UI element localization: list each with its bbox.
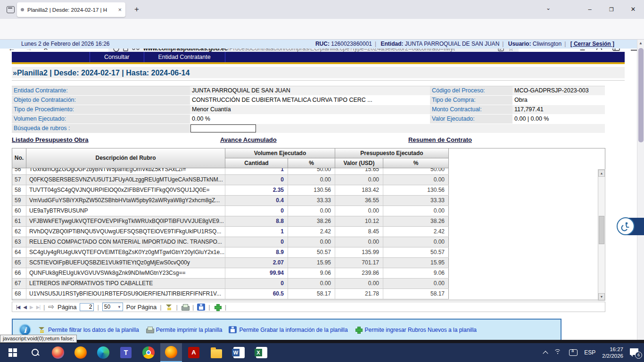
table-scroll-thumb[interactable] xyxy=(599,216,604,244)
cantidad-value: 0 xyxy=(225,237,288,247)
contract-details: Entidad Contratante: JUNTA PARROQUIAL DE… xyxy=(12,86,605,133)
table-row[interactable]: 68U1VNSU5JU1RSTyBFIElOU1RBTEFDSU9OIERFIE… xyxy=(12,289,449,299)
scrollbar-up-icon[interactable]: ▲ xyxy=(639,41,643,45)
taskbar-teams-icon[interactable]: T xyxy=(115,343,137,362)
window-minimize-button[interactable]: – xyxy=(579,0,601,19)
last-page-icon[interactable]: ▶| xyxy=(36,304,40,310)
current-datetime: Lunes 2 de Febrero del 2026 16:26 xyxy=(21,41,109,47)
taskbar-firefox-icon[interactable] xyxy=(70,343,91,362)
valor-usd-value: 8.45 xyxy=(335,227,383,237)
scrollbar-thumb[interactable] xyxy=(638,48,644,142)
table-row[interactable]: 65SC5TIEVOIFpBUEFUQSBZIE1VUk9TIEYtQz0gMj… xyxy=(12,258,449,268)
taskbar-excel-icon[interactable]: X xyxy=(251,343,272,362)
link-avance-acumulado[interactable]: Avance Acumulado xyxy=(220,136,277,145)
taskbar-edge-icon[interactable] xyxy=(92,343,114,362)
taskbar-firefox-active-icon[interactable] xyxy=(160,343,182,362)
presupuesto-pct-value: 9.06 xyxy=(383,268,449,278)
tray-expand-chevron-icon[interactable] xyxy=(543,351,548,356)
touch-keyboard-icon[interactable] xyxy=(569,349,578,356)
table-row[interactable]: 67LETREROS INFORMATIVOS TIPO CABALLETE00… xyxy=(12,279,449,289)
column-header-vol-pct[interactable]: % xyxy=(288,158,335,168)
cantidad-value: 0 xyxy=(225,175,288,185)
volumen-pct-value: 130.56 xyxy=(288,185,335,195)
nav-item-entidad-contratante[interactable]: Entidad Contratante xyxy=(144,52,225,62)
cantidad-value: 0 xyxy=(225,206,288,216)
column-header-no[interactable]: No. xyxy=(12,148,26,168)
language-indicator[interactable]: ESP xyxy=(584,349,595,356)
table-row[interactable]: 63RELLENO COMPACTADO CON MATERIAL IMPORT… xyxy=(12,237,449,247)
search-button[interactable] xyxy=(25,343,46,362)
table-scroll-down-icon[interactable]: ▼ xyxy=(598,293,605,300)
firefox-view-icon[interactable] xyxy=(5,4,17,16)
row-number: 62 xyxy=(12,227,26,237)
column-header-pres-pct[interactable]: % xyxy=(383,158,449,168)
per-page-select[interactable]: 50▼ xyxy=(102,303,123,311)
browser-icon xyxy=(52,346,64,359)
tab-list-chevron-icon[interactable]: ⌄ xyxy=(543,5,553,14)
table-row[interactable]: 62RVhDQVZBQ0lPTiBNQU5VQUwgUEFSQSBQTElOVE… xyxy=(12,227,449,237)
presupuesto-pct-value: 130.56 xyxy=(383,185,449,195)
clock[interactable]: 16:272/2/2026 xyxy=(602,346,623,359)
wifi-icon[interactable] xyxy=(554,349,562,356)
user-label: Usuario: xyxy=(508,41,531,47)
go-to-page-icon[interactable]: ⇨ xyxy=(48,303,54,311)
add-rubro-icon[interactable] xyxy=(214,304,222,311)
rubros-table: No. Descripción del Rubro Volumen Ejecut… xyxy=(12,148,605,300)
start-button[interactable] xyxy=(2,343,24,362)
tab-close-icon[interactable]: × xyxy=(118,6,122,13)
column-header-descripcion[interactable]: Descripción del Rubro xyxy=(26,148,225,168)
accessibility-widget-button[interactable] xyxy=(617,217,635,235)
table-row[interactable]: 57Q0FKQSBERSBESVNZVU5UT1JFUyA0LzggREUgMT… xyxy=(12,175,449,185)
table-row[interactable]: 64SC4gUy4gRU4gUkVQTEFOVElMTE8gZsK0Yz0gMT… xyxy=(12,247,449,258)
valor-usd-value: 0.00 xyxy=(335,206,383,216)
rubros-search-input[interactable] xyxy=(190,124,256,132)
prev-page-icon[interactable]: ◀ xyxy=(23,304,26,310)
table-row[interactable]: 56TGxhdmOgZGOgOGFzbyBNTW5pamEgOmVkbZ5kYS… xyxy=(12,168,449,175)
taskbar-file-explorer-icon[interactable] xyxy=(206,343,227,362)
window-close-button[interactable]: ✕ xyxy=(622,0,644,19)
page-scrollbar[interactable]: ▲ xyxy=(637,40,644,343)
rubro-description: SC4gUy4gRU4gUkVQTEFOVElMTE8gZsK0Yz0gMTgw… xyxy=(26,247,225,257)
save-icon[interactable] xyxy=(197,304,205,311)
taskbar-browser-icon[interactable] xyxy=(47,343,69,362)
legend-filter-text: Permite filtrar los datos de la planilla xyxy=(48,327,139,333)
browser-tab[interactable]: Planilla2 | Desde: 2024-02-17 | H × xyxy=(17,2,125,17)
notification-center-icon[interactable]: 6 xyxy=(630,348,639,357)
table-row[interactable]: 60UE9aTyBTRVBUSUNP00.000.000.00 xyxy=(12,206,449,216)
table-row[interactable]: 58TUVTT04gSC4gQVJNQURPIElOQ0xZIFBBVEFTIF… xyxy=(12,185,449,196)
link-listado-presupuesto[interactable]: Listado Presupuesto Obra xyxy=(12,136,89,145)
table-scrollbar[interactable]: ▲ ▼ xyxy=(598,169,605,301)
next-page-icon[interactable]: ▶ xyxy=(30,304,33,310)
volumen-pct-value: 50.00 xyxy=(288,168,335,174)
rubro-description: SC5TIEVOIFpBUEFUQSBZIE1VUk9TIEYtQz0gMjEw… xyxy=(26,258,225,268)
detail-label: Monto Contractual: xyxy=(430,105,512,114)
nav-item-consultar[interactable]: Consultar xyxy=(90,52,144,62)
row-number: 64 xyxy=(12,247,26,257)
taskbar-chrome-icon[interactable] xyxy=(138,343,159,362)
table-row[interactable]: 59VmVudGFuYSBiYXRpZW50ZSBhbHVtaW5pby92aW… xyxy=(12,196,449,206)
main-nav: Consultar Entidad Contratante xyxy=(12,52,625,62)
rubro-description: TGxhdmOgZGOgOGFzbyBNTW5pamEgOmVkbZ5kYSAx… xyxy=(26,168,225,174)
column-header-valor-usd[interactable]: Valor (USD) xyxy=(335,158,383,168)
detail-label: Volumen Ejecutado: xyxy=(12,115,190,123)
notification-badge: 6 xyxy=(635,352,642,359)
link-resumen-contrato[interactable]: Resumen de Contrato xyxy=(408,136,472,145)
table-scroll-up-icon[interactable]: ▲ xyxy=(598,170,605,177)
taskbar-acrobat-icon[interactable]: A xyxy=(183,343,205,362)
volumen-pct-value: 0.00 xyxy=(288,237,335,247)
table-row[interactable]: 61VFJBWkFETywgUkVQTEFOVEVPIFkgTklWRUxBQ0… xyxy=(12,216,449,227)
print-icon[interactable] xyxy=(181,304,189,311)
window-maximize-button[interactable]: ❐ xyxy=(601,0,622,19)
new-tab-button[interactable]: + xyxy=(131,4,142,16)
tab-title: Planilla2 | Desde: 2024-02-17 | H xyxy=(27,7,108,13)
filter-icon[interactable] xyxy=(165,304,173,311)
table-row[interactable]: 66QUNFUk8gREUgUkVGVUVSWk8gZnk9NDIwMGtnY2… xyxy=(12,268,449,279)
pagination-bar: |◀ ◀ ▶ ▶| | ⇨ Página | 50▼ Por Página | … xyxy=(12,302,605,312)
column-header-cantidad[interactable]: Cantidad xyxy=(225,158,288,168)
page-number-input[interactable] xyxy=(80,303,94,311)
legend-add-text: Permite ingresar Rubros Nuevos a la plan… xyxy=(365,327,477,333)
windows-taskbar: T A W X ESP 16:272/2/2026 6 xyxy=(0,343,644,362)
first-page-icon[interactable]: |◀ xyxy=(16,304,20,310)
taskbar-word-icon[interactable]: W xyxy=(228,343,250,362)
logout-link[interactable]: [ Cerrar Sesión ] xyxy=(570,41,614,47)
